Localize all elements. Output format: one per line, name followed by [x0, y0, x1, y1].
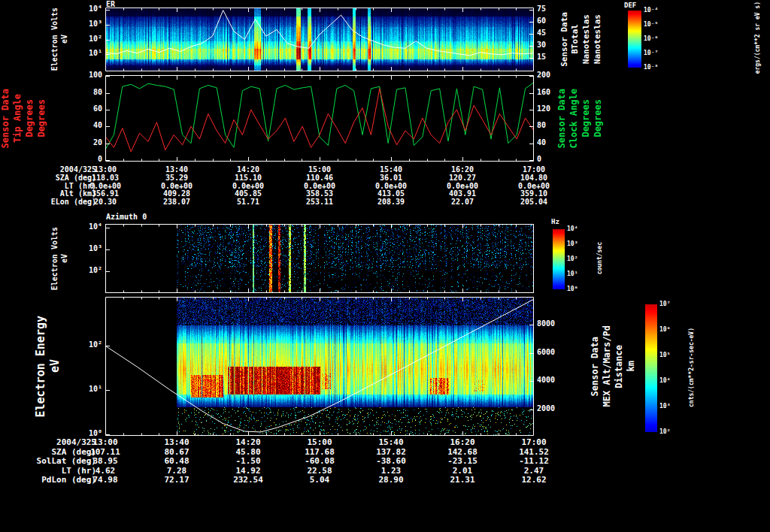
main-colorbar-tick-label: 10⁶	[659, 327, 670, 333]
azimuth-spectrogram-canvas	[105, 224, 534, 293]
clock-angle-label-line1: Sensor Data	[557, 89, 568, 148]
tip-angle-axis-label: Sensor Data Tip Angle Degrees Degrees	[2, 75, 47, 162]
ephem-top-cell: 104.80	[520, 174, 547, 182]
clock-angle-tick-label: 120	[537, 105, 550, 113]
ephem-top-cell: 403.91	[449, 190, 476, 198]
tip-angle-label-line1: Sensor Data	[1, 89, 11, 148]
er-bfield-tick-label: 30	[537, 41, 546, 49]
ephem-bottom-row-label: PdLon (deg)	[0, 476, 96, 484]
tip-angle-label-line2: Tip Angle	[13, 94, 23, 143]
ephem-top-cell: 0.0e+00	[161, 183, 192, 190]
azimuth-colorbar	[553, 229, 565, 289]
ephem-bottom-row-label: SZA (deg)	[0, 448, 96, 456]
ephem-top-cell: 359.10	[520, 190, 547, 198]
ephem-bottom-cell: 1.23	[381, 467, 402, 475]
ephem-bottom-cell: 72.17	[164, 476, 189, 484]
er-colorbar-tick-label: 10⁻⁴	[644, 8, 658, 14]
tip-angle-tick-label: 80	[68, 89, 102, 96]
tip-angle-tick-label: 40	[68, 122, 102, 129]
ephem-top-cell: 22.07	[451, 198, 474, 206]
ephem-top-row-label: LT (hr)	[0, 183, 96, 190]
er-right-label-line4: Nanoteslas	[593, 14, 603, 64]
azimuth-colorbar-tick-label: 10⁴	[567, 226, 578, 232]
ephem-top-cell: 238.07	[163, 198, 190, 206]
azimuth-colorbar-tick-label: 10²	[567, 256, 578, 262]
clock-angle-tick-label: 80	[537, 122, 546, 129]
ephem-top-row-label: ELon (deg)	[0, 198, 96, 206]
ephem-top-cell: 14:20	[237, 166, 259, 174]
ephem-bottom-cell: 17:00	[521, 438, 546, 446]
ephem-bottom-row-label: 2004/325	[0, 438, 96, 446]
azimuth-energy-tick-label: 10⁴	[68, 223, 102, 231]
tip-angle-tick-label: 60	[68, 105, 102, 113]
ephem-bottom-cell: 2.47	[524, 467, 544, 475]
ephem-top-cell: 409.28	[163, 190, 190, 198]
main-colorbar	[645, 304, 657, 432]
ephem-top-cell: 0.0e+00	[375, 183, 407, 190]
er-colorbar-title: DEF	[624, 2, 636, 9]
ephem-bottom-cell: 14:20	[235, 438, 260, 446]
ephem-bottom-cell: 74.98	[92, 476, 117, 484]
main-yaxis-label: Electron Energy eV	[33, 297, 63, 436]
ephem-top-cell: 405.85	[235, 190, 262, 198]
ephem-bottom-cell: 22.58	[307, 467, 332, 475]
main-energy-tick-label: 10⁰	[68, 430, 102, 437]
ephem-bottom-cell: -60.08	[305, 457, 335, 465]
ephem-bottom-row-label: LT (hr)	[0, 467, 96, 475]
ephem-top-cell: 358.53	[306, 190, 333, 198]
azimuth-colorbar-units-text: count/sec	[596, 242, 603, 274]
ephem-bottom-row-label: SolLat (deg)	[0, 457, 96, 465]
ephem-top-cell: 413.05	[377, 190, 405, 198]
altitude-tick-label: 2000	[537, 405, 555, 413]
ephem-bottom-cell: 45.80	[235, 448, 260, 456]
ephem-bottom-cell: 4.62	[95, 467, 116, 475]
tip-angle-label-line3: Degrees	[25, 99, 35, 138]
azimuth-yaxis-label-line2: eV	[60, 254, 69, 263]
er-right-label-line3: Nanoteslas	[582, 14, 592, 64]
er-bfield-tick-label: 15	[537, 53, 546, 61]
ephem-bottom-cell: 38.95	[92, 457, 117, 465]
er-bfield-tick-label: 45	[537, 29, 546, 37]
er-spectrogram-canvas	[105, 8, 534, 71]
main-right-label-line3: Distance	[614, 345, 625, 388]
ephem-bottom-cell: 14.92	[235, 467, 260, 475]
er-energy-tick-label: 10²	[68, 35, 102, 43]
ephem-top-cell: 0.0e+00	[304, 183, 335, 190]
ephem-bottom-cell: 137.82	[376, 448, 406, 456]
tip-angle-tick-label: 100	[68, 71, 102, 79]
electron-energy-spectrogram-canvas	[105, 297, 534, 436]
azimuth-yaxis-label: Electron Volts eV	[47, 224, 72, 293]
ephem-top-cell: 20.30	[94, 198, 117, 206]
ephem-top-cell: 15:00	[308, 166, 331, 174]
tip-angle-tick-label: 0	[68, 156, 102, 163]
ephem-bottom-cell: 80.67	[164, 448, 189, 456]
ephem-top-cell: 17:00	[523, 166, 545, 174]
ephem-bottom-cell: -23.15	[447, 457, 477, 465]
mex-summary-plot-page: ER Azimuth 0 DEF Hz Electron Volts eV Se…	[0, 0, 770, 532]
ephem-top-cell: 0.0e+00	[447, 183, 478, 190]
azimuth-colorbar-title: Hz	[551, 219, 559, 225]
ephem-bottom-cell: -38.60	[376, 457, 406, 465]
ephem-top-row-label: SZA (deg)	[0, 174, 96, 182]
ephem-top-cell: 253.11	[306, 198, 333, 206]
ephem-top-cell: 36.01	[380, 174, 402, 182]
main-colorbar-units-text: cnts/(cm**2-sr-sec-eV)	[688, 328, 695, 407]
er-colorbar-units-text: ergs/(cm**2 sr eV s)	[754, 2, 761, 74]
er-energy-tick-label: 10⁴	[68, 5, 102, 13]
altitude-tick-label: 8000	[537, 320, 555, 328]
ephem-top-cell: 0.0e+00	[518, 183, 550, 190]
ephem-top-cell: 13:00	[94, 166, 117, 174]
ephem-bottom-cell: 117.68	[305, 448, 335, 456]
ephem-bottom-cell: 13:40	[164, 438, 189, 446]
er-right-axis-label: Sensor Data BTotal Nanoteslas Nanoteslas	[559, 2, 603, 77]
main-colorbar-tick-label: 10⁵	[659, 352, 670, 358]
er-bfield-tick-label: 60	[537, 17, 546, 25]
ephem-top-cell: 205.04	[520, 198, 547, 206]
ephem-bottom-cell: 16:20	[450, 438, 474, 446]
er-right-label-line2: BTotal	[571, 24, 581, 54]
er-yaxis-label-line1: Electron Volts	[50, 8, 59, 71]
azimuth-colorbar-units-label: count/sec	[594, 224, 606, 293]
er-colorbar	[628, 11, 641, 68]
er-colorbar-units-label: ergs/(cm**2 sr eV s)	[752, 2, 764, 74]
main-right-label-line2: MEX Alt/Mars/Pd	[602, 325, 613, 407]
